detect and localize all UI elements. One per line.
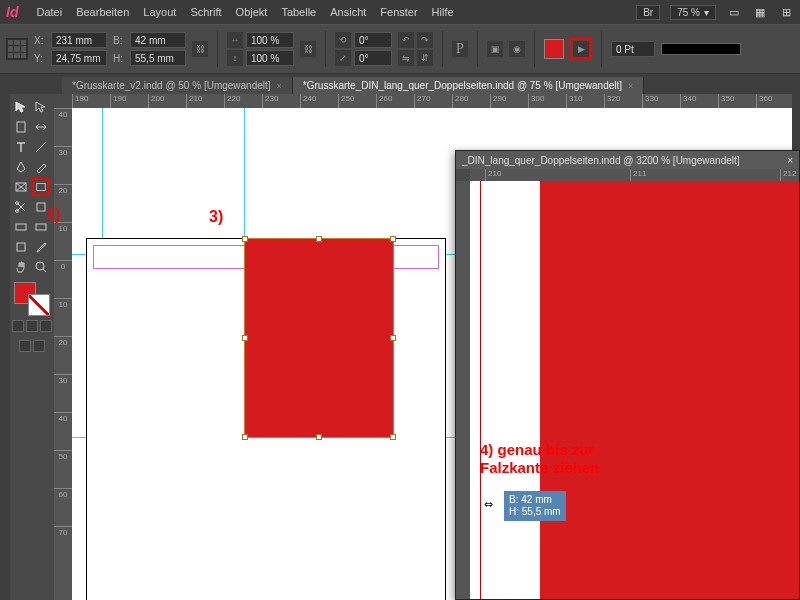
width-input[interactable] bbox=[130, 32, 186, 48]
rectangle-tool[interactable] bbox=[32, 178, 50, 196]
stroke-weight-input[interactable] bbox=[611, 41, 655, 57]
shear-icon: ⤢ bbox=[335, 50, 351, 66]
toolbox bbox=[10, 94, 54, 600]
gap-tool[interactable] bbox=[32, 118, 50, 136]
stroke-style-dropdown[interactable] bbox=[661, 43, 741, 55]
rectangle-frame-tool[interactable] bbox=[12, 178, 30, 196]
fill-swatch[interactable] bbox=[544, 39, 564, 59]
reference-point-grid[interactable] bbox=[6, 38, 28, 60]
flip-v-icon[interactable]: ⇵ bbox=[417, 50, 433, 66]
tooltip-height: H: 55,5 mm bbox=[509, 506, 561, 518]
constrain-wh-icon[interactable]: ⛓ bbox=[192, 41, 208, 57]
fill-stroke-swatch[interactable] bbox=[12, 282, 52, 316]
selection-frame[interactable] bbox=[244, 238, 394, 438]
apply-none-icon[interactable] bbox=[40, 320, 52, 332]
x-input[interactable] bbox=[51, 32, 107, 48]
doc-tab-1[interactable]: *Grusskarte_v2.indd @ 50 % [Umgewandelt]… bbox=[62, 77, 293, 94]
svg-rect-2 bbox=[37, 184, 46, 191]
menu-fenster[interactable]: Fenster bbox=[380, 6, 417, 18]
menu-layout[interactable]: Layout bbox=[143, 6, 176, 18]
control-bar: X: Y: B: H: ⛓ ↔ ↕ ⛓ ⟲ ⤢ ↶↷ ⇋⇵ P ▣ ◉ ▶ bbox=[0, 24, 800, 74]
line-tool[interactable] bbox=[32, 138, 50, 156]
menu-hilfe[interactable]: Hilfe bbox=[432, 6, 454, 18]
doc-tab-2-label: *Grusskarte_DIN_lang_quer_Doppelseiten.i… bbox=[303, 80, 622, 91]
close-icon[interactable]: × bbox=[628, 81, 633, 91]
document-tab-bar: *Grusskarte_v2.indd @ 50 % [Umgewandelt]… bbox=[0, 74, 800, 94]
y-input[interactable] bbox=[51, 50, 107, 66]
w-label: B: bbox=[113, 35, 127, 46]
doc-tab-1-label: *Grusskarte_v2.indd @ 50 % [Umgewandelt] bbox=[72, 80, 271, 91]
select-content-icon[interactable]: ◉ bbox=[509, 41, 525, 57]
scale-x-icon: ↔ bbox=[227, 32, 243, 48]
hand-tool[interactable] bbox=[12, 258, 30, 276]
preview-mode-icon[interactable] bbox=[33, 340, 45, 352]
floating-ruler: 210 211 212 bbox=[470, 169, 799, 181]
svg-point-9 bbox=[36, 262, 44, 270]
selection-tool[interactable] bbox=[12, 98, 30, 116]
svg-rect-5 bbox=[37, 203, 45, 211]
close-icon[interactable]: × bbox=[787, 155, 793, 166]
rotate-ccw-icon[interactable]: ↶ bbox=[398, 32, 414, 48]
type-tool[interactable] bbox=[12, 138, 30, 156]
doc-tab-2[interactable]: *Grusskarte_DIN_lang_quer_Doppelseiten.i… bbox=[293, 77, 644, 94]
floating-window-titlebar[interactable]: _DIN_lang_quer_Doppelseiten.indd @ 3200 … bbox=[456, 151, 799, 169]
left-gutter bbox=[0, 94, 10, 600]
menu-datei[interactable]: Datei bbox=[36, 6, 62, 18]
eyedropper-tool[interactable] bbox=[32, 238, 50, 256]
menu-bearbeiten[interactable]: Bearbeiten bbox=[76, 6, 129, 18]
view-options-icon[interactable]: ▦ bbox=[752, 4, 768, 20]
shear-input[interactable] bbox=[354, 50, 392, 66]
y-label: Y: bbox=[34, 53, 48, 64]
char-panel-icon[interactable]: P bbox=[452, 41, 468, 57]
tooltip-width: B: 42 mm bbox=[509, 494, 561, 506]
free-transform-tool[interactable] bbox=[32, 198, 50, 216]
normal-mode-icon[interactable] bbox=[19, 340, 31, 352]
arrange-icon[interactable]: ⊞ bbox=[778, 4, 794, 20]
note-tool[interactable] bbox=[12, 238, 30, 256]
apply-fill-button[interactable]: ▶ bbox=[573, 41, 589, 57]
scale-y-icon: ↕ bbox=[227, 50, 243, 66]
floating-window[interactable]: _DIN_lang_quer_Doppelseiten.indd @ 3200 … bbox=[455, 150, 800, 600]
scissors-tool[interactable] bbox=[12, 198, 30, 216]
constrain-scale-icon[interactable]: ⛓ bbox=[300, 41, 316, 57]
menu-ansicht[interactable]: Ansicht bbox=[330, 6, 366, 18]
svg-rect-0 bbox=[17, 122, 25, 132]
direct-selection-tool[interactable] bbox=[32, 98, 50, 116]
height-input[interactable] bbox=[130, 50, 186, 66]
resize-cursor-icon: ⇔ bbox=[484, 498, 493, 511]
zoom-value: 75 % bbox=[677, 7, 700, 18]
apply-gradient-icon[interactable] bbox=[26, 320, 38, 332]
svg-rect-7 bbox=[36, 224, 46, 230]
page-tool[interactable] bbox=[12, 118, 30, 136]
size-tooltip: B: 42 mm H: 55,5 mm bbox=[504, 491, 566, 521]
h-label: H: bbox=[113, 53, 127, 64]
gradient-feather-tool[interactable] bbox=[32, 218, 50, 236]
svg-rect-8 bbox=[17, 243, 25, 251]
menu-bar: Id Datei Bearbeiten Layout Schrift Objek… bbox=[0, 0, 800, 24]
ruler-vertical: 40302010010203040506070 bbox=[54, 108, 72, 600]
rotate-input[interactable] bbox=[354, 32, 392, 48]
gradient-tool[interactable] bbox=[12, 218, 30, 236]
flip-h-icon[interactable]: ⇋ bbox=[398, 50, 414, 66]
pencil-tool[interactable] bbox=[32, 158, 50, 176]
pen-tool[interactable] bbox=[12, 158, 30, 176]
floating-canvas[interactable]: 4) genau bis zur Falzkante ziehen ⇔ B: 4… bbox=[470, 181, 799, 599]
rotate-icon: ⟲ bbox=[335, 32, 351, 48]
select-container-icon[interactable]: ▣ bbox=[487, 41, 503, 57]
scale-x-input[interactable] bbox=[246, 32, 294, 48]
x-label: X: bbox=[34, 35, 48, 46]
apply-color-icon[interactable] bbox=[12, 320, 24, 332]
close-icon[interactable]: × bbox=[277, 81, 282, 91]
menu-schrift[interactable]: Schrift bbox=[190, 6, 221, 18]
floating-window-title: _DIN_lang_quer_Doppelseiten.indd @ 3200 … bbox=[462, 155, 740, 166]
menu-objekt[interactable]: Objekt bbox=[236, 6, 268, 18]
menu-tabelle[interactable]: Tabelle bbox=[281, 6, 316, 18]
zoom-dropdown[interactable]: 75 % ▾ bbox=[670, 5, 716, 20]
zoom-tool[interactable] bbox=[32, 258, 50, 276]
bridge-button[interactable]: Br bbox=[636, 5, 660, 20]
app-icon: Id bbox=[6, 4, 18, 20]
svg-rect-6 bbox=[16, 224, 26, 230]
scale-y-input[interactable] bbox=[246, 50, 294, 66]
screen-mode-icon[interactable]: ▭ bbox=[726, 4, 742, 20]
rotate-cw-icon[interactable]: ↷ bbox=[417, 32, 433, 48]
